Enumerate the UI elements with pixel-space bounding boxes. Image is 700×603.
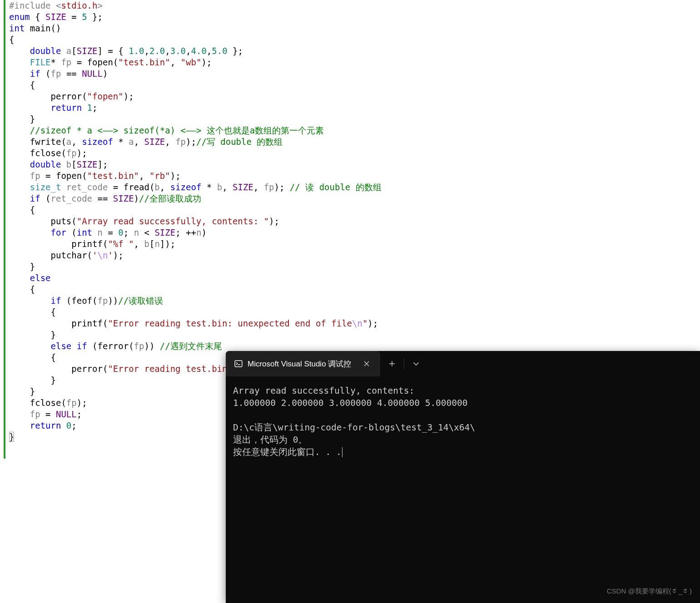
tab-dropdown-button[interactable] <box>404 351 428 376</box>
code-line[interactable]: //sizeof * a <——> sizeof(*a) <——> 这个也就是a… <box>9 125 700 136</box>
code-token-op: ; <box>77 409 82 419</box>
code-token-num: 2.0 <box>149 46 165 56</box>
code-line[interactable]: else <box>9 272 700 284</box>
code-token-id: fp <box>61 57 71 67</box>
code-token-op: , <box>134 239 144 249</box>
code-token-op: , <box>165 137 175 147</box>
code-token-esc: \n <box>352 318 362 328</box>
code-token-op: ]); <box>160 239 175 249</box>
code-line[interactable]: int main() <box>9 23 700 34</box>
code-token-op <box>61 46 66 56</box>
code-token-op: [ <box>71 46 76 56</box>
code-token-op: } <box>9 262 35 272</box>
code-line[interactable]: FILE* fp = fopen("test.bin", "wb"); <box>9 57 700 68</box>
output-line: 退出，代码为 0。 <box>233 435 307 445</box>
code-token-op: == <box>92 193 113 203</box>
code-token-fn: fopen <box>87 57 113 67</box>
code-line[interactable]: { <box>9 204 700 216</box>
code-line[interactable]: printf("Error reading test.bin: unexpect… <box>9 318 700 329</box>
code-line[interactable]: { <box>9 79 700 91</box>
code-line[interactable]: fp = fopen("test.bin", "rb"); <box>9 170 700 182</box>
code-token-op: = <box>71 57 87 67</box>
code-line[interactable]: if (feof(fp))//读取错误 <box>9 295 700 306</box>
code-token-op <box>9 364 71 374</box>
code-token-macro: SIZE <box>154 227 175 237</box>
code-token-op: ( <box>87 341 98 351</box>
command-prompt-icon <box>234 359 243 368</box>
code-line[interactable]: if (fp == NULL) <box>9 68 700 79</box>
code-token-kw: double <box>30 46 61 56</box>
code-line[interactable]: if (ret_code == SIZE)//全部读取成功 <box>9 193 700 204</box>
code-token-op: { <box>9 80 35 90</box>
new-tab-button[interactable] <box>380 351 404 376</box>
code-line[interactable]: puts("Array read successfully, contents:… <box>9 216 700 227</box>
code-token-op: { <box>9 35 14 44</box>
code-token-op: ( <box>82 171 87 181</box>
code-token-op: { <box>9 352 56 362</box>
code-token-op <box>61 159 66 169</box>
code-token-op: ); <box>77 398 87 408</box>
code-token-kw: enum <box>9 12 30 22</box>
code-token-op: ( <box>87 250 92 260</box>
code-line[interactable]: { <box>9 306 700 318</box>
code-token-kw: if <box>77 341 87 351</box>
code-token-op: * <box>51 57 61 67</box>
code-token-op <box>9 148 30 158</box>
code-token-str: "Error reading test.bin" <box>108 364 233 374</box>
code-line[interactable]: } <box>9 114 700 125</box>
code-token-op <box>9 341 51 351</box>
code-line[interactable]: enum { SIZE = 5 }; <box>9 11 700 23</box>
code-token-op: = <box>66 12 82 22</box>
code-token-fn: perror <box>51 91 82 101</box>
code-token-op: }; <box>228 46 243 56</box>
code-line[interactable]: #include <stdio.h> <box>9 0 700 11</box>
code-token-fn: printf <box>71 239 103 249</box>
code-line[interactable]: fwrite(a, sizeof * a, SIZE, fp);//写 doub… <box>9 136 700 148</box>
code-line[interactable]: { <box>9 284 700 295</box>
code-token-id: fp <box>98 296 108 306</box>
code-token-kw: int <box>9 23 25 33</box>
code-token-id: b <box>66 159 71 169</box>
code-line[interactable]: fclose(fp); <box>9 148 700 159</box>
code-token-str: "%f " <box>108 239 134 249</box>
code-token-op: { <box>9 205 35 215</box>
code-line[interactable]: { <box>9 34 700 45</box>
code-line[interactable]: } <box>9 329 700 341</box>
code-token-cmt: //全部读取成功 <box>139 193 201 203</box>
code-token-op <box>71 341 76 351</box>
code-token-str: "test.bin" <box>87 171 139 181</box>
code-token-op: ( <box>61 148 66 158</box>
code-line[interactable]: return 1; <box>9 102 700 114</box>
titlebar-actions <box>380 351 428 376</box>
code-token-op: = <box>40 171 56 181</box>
code-token-fn: perror <box>71 364 103 374</box>
code-line[interactable]: for (int n = 0; n < SIZE; ++n) <box>9 227 700 238</box>
code-token-str: "fopen" <box>87 91 124 101</box>
code-token-op: ( <box>61 137 66 147</box>
code-token-op: ] = { <box>98 46 129 56</box>
code-token-op: { <box>9 307 56 317</box>
code-token-op: } <box>9 386 35 396</box>
terminal-output[interactable]: Array read successfully, contents: 1.000… <box>226 376 700 466</box>
code-line[interactable]: double a[SIZE] = { 1.0,2.0,3.0,4.0,5.0 }… <box>9 45 700 57</box>
terminal-tab[interactable]: Microsoft Visual Studio 调试控 <box>226 351 380 376</box>
code-line[interactable]: } <box>9 261 700 272</box>
code-line[interactable]: printf("%f ", b[n]); <box>9 238 700 250</box>
code-line[interactable]: perror("fopen"); <box>9 91 700 102</box>
code-line[interactable]: double b[SIZE]; <box>9 159 700 170</box>
code-token-op: ) <box>201 227 206 237</box>
code-token-op <box>61 420 66 430</box>
close-tab-button[interactable] <box>360 357 373 370</box>
code-token-op: [ <box>149 239 154 249</box>
code-token-fn: main <box>30 23 51 33</box>
code-line[interactable]: putchar('\n'); <box>9 250 700 261</box>
code-token-macro: NULL <box>82 69 103 79</box>
code-token-cmt: //读取错误 <box>118 296 163 306</box>
code-token-kw: if <box>51 296 61 306</box>
code-line[interactable]: size_t ret_code = fread(b, sizeof * b, S… <box>9 182 700 193</box>
code-token-op <box>9 103 51 113</box>
code-token-op: , <box>139 171 149 181</box>
code-line[interactable]: else if (ferror(fp)) //遇到文件末尾 <box>9 341 700 352</box>
code-token-fn: ferror <box>98 341 129 351</box>
code-token-op: ) <box>103 69 108 79</box>
